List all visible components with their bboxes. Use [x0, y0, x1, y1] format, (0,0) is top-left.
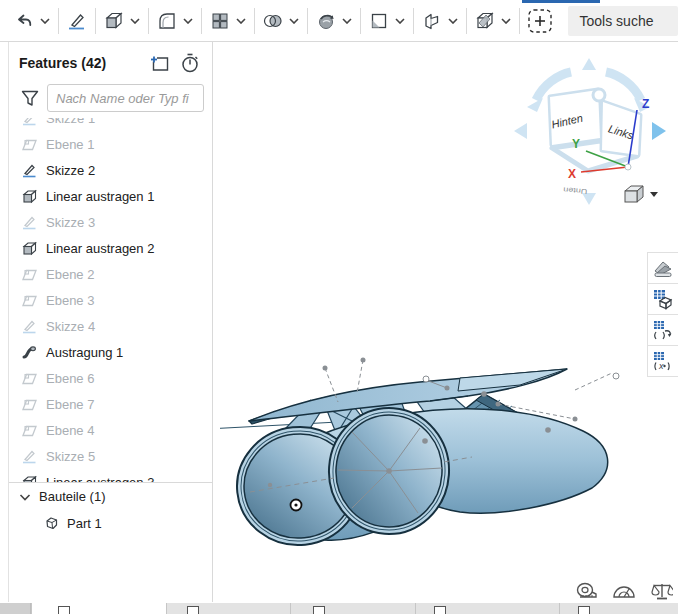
tab-2[interactable] — [167, 603, 291, 614]
scale-balance-icon — [651, 582, 673, 600]
extrude-icon — [21, 474, 38, 483]
configuration-panel-button[interactable] — [648, 284, 678, 315]
sheet-metal-dropdown[interactable] — [445, 8, 461, 34]
split-dropdown[interactable] — [498, 8, 514, 34]
feature-row-linear-austragen-1[interactable]: Linear austragen 1 — [9, 183, 212, 209]
tab-3[interactable] — [291, 603, 416, 614]
new-folder-button[interactable] — [148, 52, 172, 74]
part-studio-tab-icon — [58, 606, 70, 614]
sketch-icon — [21, 448, 38, 465]
feature-row-linear-austragen-2[interactable]: Linear austragen 2 — [9, 235, 212, 261]
feature-row-austragung-1[interactable]: Austragung 1 — [9, 339, 212, 365]
extrude-button[interactable] — [101, 8, 127, 34]
parts-section-header[interactable]: Bauteile (1) — [9, 483, 212, 510]
fillet-dropdown[interactable] — [180, 8, 196, 34]
tab-menu-button[interactable] — [0, 603, 31, 614]
feature-row-skizze-1[interactable]: Skizze 1 — [9, 118, 212, 131]
plane-icon — [21, 136, 38, 153]
mass-properties-button[interactable] — [650, 581, 674, 601]
tab-part-studio-active[interactable] — [31, 603, 167, 614]
tab-4[interactable] — [416, 603, 560, 614]
feature-row-ebene-4[interactable]: Ebene 4 — [9, 417, 212, 443]
sketch-icon — [21, 162, 38, 179]
tools-search-box[interactable]: Tools suche — [568, 6, 678, 36]
feature-row-ebene-3[interactable]: Ebene 3 — [9, 287, 212, 313]
appearance-panel-button[interactable] — [648, 253, 678, 284]
extrude-dropdown[interactable] — [127, 8, 143, 34]
rotate-cw-arrow[interactable] — [606, 72, 641, 100]
undo-button[interactable] — [11, 8, 37, 34]
configured-features-button[interactable] — [648, 315, 678, 346]
surface-button[interactable] — [366, 8, 392, 34]
chevron-down-icon — [236, 18, 246, 24]
measure-angle-button[interactable] — [612, 581, 636, 601]
tab-icon — [313, 606, 325, 614]
feature-row-ebene-2[interactable]: Ebene 2 — [9, 261, 212, 287]
chevron-down-icon — [130, 18, 140, 24]
feature-label: Ebene 4 — [46, 423, 94, 438]
part-row-part-1[interactable]: Part 1 — [9, 510, 212, 536]
configured-properties-button[interactable]: x — [648, 346, 678, 377]
feature-row-skizze-2[interactable]: Skizze 2 — [9, 157, 212, 183]
y-axis-label: Y — [572, 137, 580, 151]
view-options-button[interactable] — [625, 186, 658, 202]
feature-filter-input[interactable] — [47, 84, 204, 112]
graphics-area[interactable]: Hinten Links Unten Z Y X — [213, 42, 678, 603]
feature-list: Skizze 1 Ebene 1 Skizze 2 Linear austrag… — [9, 118, 212, 482]
insert-tool-button[interactable] — [525, 8, 555, 34]
plane-icon — [21, 370, 38, 387]
boolean-dropdown[interactable] — [286, 8, 302, 34]
feature-label: Ebene 3 — [46, 293, 94, 308]
deform-button[interactable] — [313, 8, 339, 34]
plane-icon — [21, 266, 38, 283]
feature-row-skizze-4[interactable]: Skizze 4 — [9, 313, 212, 339]
surface-dropdown[interactable] — [392, 8, 408, 34]
sketch-icon — [21, 318, 38, 335]
chevron-down-icon — [40, 18, 50, 24]
feature-row-linear-austragen-3[interactable]: Linear austragen 3 — [9, 469, 212, 482]
features-panel: Features (42) — [8, 42, 213, 602]
feature-label: Linear austragen 2 — [46, 241, 154, 256]
deform-dropdown[interactable] — [339, 8, 355, 34]
undo-dropdown[interactable] — [37, 8, 53, 34]
tab-5[interactable] — [560, 603, 678, 614]
axis-origin — [625, 164, 631, 170]
cube-face-label-bottom[interactable]: Unten — [563, 185, 588, 195]
filter-button[interactable] — [19, 87, 41, 109]
measure-distance-button[interactable] — [574, 581, 598, 601]
configured-features-icon — [652, 319, 674, 341]
feature-row-skizze-3[interactable]: Skizze 3 — [9, 209, 212, 235]
feature-row-skizze-5[interactable]: Skizze 5 — [9, 443, 212, 469]
boolean-button[interactable] — [260, 8, 286, 34]
cube-corner[interactable] — [593, 89, 605, 101]
rotate-left-arrow[interactable] — [514, 123, 527, 139]
chevron-down-icon — [342, 18, 352, 24]
pattern-button[interactable] — [207, 8, 233, 34]
rotate-ccw-arrowhead[interactable] — [527, 98, 543, 112]
rotate-up-arrow[interactable] — [582, 58, 596, 70]
rotate-right-arrow[interactable] — [652, 122, 666, 140]
feature-row-ebene-6[interactable]: Ebene 6 — [9, 365, 212, 391]
chevron-down-icon — [289, 18, 299, 24]
active-document-tab-underline — [522, 0, 600, 3]
feature-row-ebene-1[interactable]: Ebene 1 — [9, 131, 212, 157]
sketch-icon — [21, 214, 38, 231]
part-label: Part 1 — [67, 516, 102, 531]
view-cube[interactable]: Hinten Links Unten Z Y X — [496, 52, 678, 210]
feature-label: Skizze 5 — [46, 449, 95, 464]
part-model[interactable] — [220, 330, 650, 570]
feature-row-ebene-7[interactable]: Ebene 7 — [9, 391, 212, 417]
feature-label: Linear austragen 1 — [46, 189, 154, 204]
chevron-down-icon — [501, 18, 511, 24]
fillet-button[interactable] — [154, 8, 180, 34]
features-panel-title: Features (42) — [19, 55, 142, 71]
pattern-dropdown[interactable] — [233, 8, 249, 34]
sketch-button[interactable] — [64, 8, 90, 34]
split-button[interactable] — [472, 8, 498, 34]
part-icon — [43, 515, 60, 532]
sheet-metal-button[interactable] — [419, 8, 445, 34]
main-toolbar: Tools suche — [0, 0, 678, 42]
appearance-icon — [652, 258, 674, 278]
history-button[interactable] — [178, 52, 202, 74]
deform-icon — [315, 10, 337, 32]
